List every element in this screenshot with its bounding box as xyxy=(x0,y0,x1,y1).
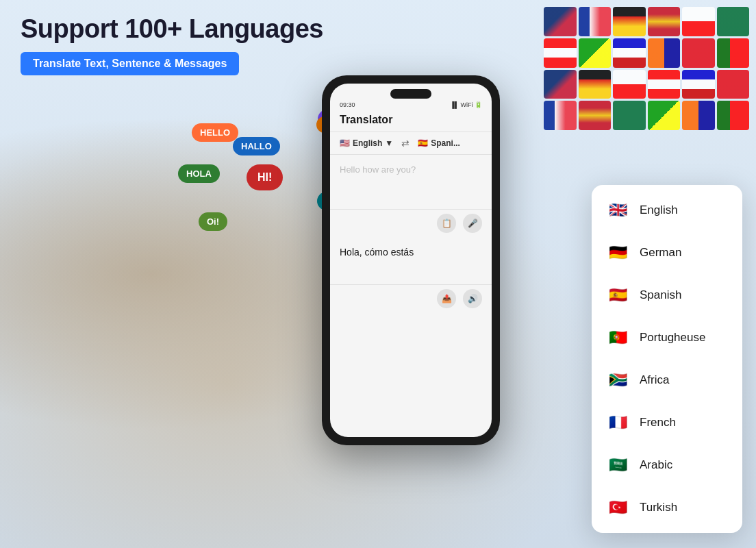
flag-tile xyxy=(544,70,577,99)
flag-tile xyxy=(648,7,681,36)
copy-icon[interactable]: 📋 xyxy=(437,214,456,233)
phone-status-bar: 09:30 ▐▌ WiFi 🔋 xyxy=(330,100,492,110)
language-name-portuguese: Portugheuse xyxy=(640,331,705,345)
language-item-portuguese[interactable]: 🇵🇹 Portugheuse xyxy=(592,316,742,359)
flag-africa: 🇿🇦 xyxy=(605,368,630,393)
language-item-africa[interactable]: 🇿🇦 Africa xyxy=(592,359,742,401)
phone-input-area[interactable]: Hello how are you? xyxy=(330,155,492,210)
language-name-spanish: Spanish xyxy=(640,288,681,302)
bubble-hallo: HALLO xyxy=(233,137,280,155)
flag-tile xyxy=(544,7,577,36)
flag-tile xyxy=(544,38,577,68)
flag-spanish: 🇪🇸 xyxy=(605,283,630,308)
language-item-german[interactable]: 🇩🇪 German xyxy=(592,232,742,274)
language-name-english: English xyxy=(640,203,678,217)
language-item-french[interactable]: 🇫🇷 French xyxy=(592,401,742,444)
target-flag-icon: 🇪🇸 xyxy=(418,138,428,148)
language-name-africa: Africa xyxy=(640,373,669,387)
flag-tile xyxy=(682,7,715,36)
share-icon[interactable]: 📤 xyxy=(437,289,456,308)
main-title: Support 100+ Languages xyxy=(21,14,323,45)
language-name-arabic: Arabic xyxy=(640,458,672,472)
flag-tile xyxy=(613,38,646,68)
bubble-hola: HOLA xyxy=(178,164,220,183)
phone-language-row[interactable]: 🇺🇸 English ▼ ⇄ 🇪🇸 Spani... xyxy=(330,132,492,155)
flag-english: 🇬🇧 xyxy=(605,198,630,223)
language-name-german: German xyxy=(640,246,681,260)
language-name-french: French xyxy=(640,416,676,429)
flag-tile xyxy=(717,101,750,130)
language-item-turkish[interactable]: 🇹🇷 Turkish xyxy=(592,486,742,529)
phone-camera-notch xyxy=(390,89,431,99)
flag-portuguese: 🇵🇹 xyxy=(605,325,630,350)
flag-arabic: 🇸🇦 xyxy=(605,453,630,477)
mic-icon[interactable]: 🎤 xyxy=(463,214,482,233)
language-item-spanish[interactable]: 🇪🇸 Spanish xyxy=(592,274,742,316)
source-dropdown-icon: ▼ xyxy=(385,138,393,148)
flags-background xyxy=(537,0,756,137)
swap-languages-icon[interactable]: ⇄ xyxy=(401,138,410,149)
language-item-english[interactable]: 🇬🇧 English xyxy=(592,189,742,232)
bubble-hello: HELLO xyxy=(192,123,238,142)
subtitle-badge: Translate Text, Sentence & Messages xyxy=(21,52,239,75)
phone-mockup: 09:30 ▐▌ WiFi 🔋 Translator 🇺🇸 English ▼ … xyxy=(322,75,500,445)
bubble-hi: HI! xyxy=(247,164,283,190)
target-language-button[interactable]: 🇪🇸 Spani... xyxy=(418,138,460,148)
speaker-icon[interactable]: 🔊 xyxy=(463,289,482,308)
flag-tile xyxy=(613,7,646,36)
flag-turkish: 🇹🇷 xyxy=(605,495,630,520)
flag-tile xyxy=(613,101,646,130)
flag-tile xyxy=(717,7,750,36)
flag-french: 🇫🇷 xyxy=(605,410,630,435)
flag-tile xyxy=(579,38,612,68)
flag-tile xyxy=(579,70,612,99)
flag-tile xyxy=(648,38,681,68)
phone-app-title: Translator xyxy=(330,110,492,132)
phone-bottom-icons: 📤 🔊 xyxy=(330,285,492,312)
flag-tile xyxy=(544,101,577,130)
phone-action-icons: 📋 🎤 xyxy=(330,210,492,237)
source-lang-label: English xyxy=(353,138,382,148)
flag-tile xyxy=(682,101,715,130)
flag-tile xyxy=(682,70,715,99)
language-dropdown: 🇬🇧 English 🇩🇪 German 🇪🇸 Spanish 🇵🇹 Portu… xyxy=(592,185,742,533)
source-language-button[interactable]: 🇺🇸 English ▼ xyxy=(340,138,393,148)
language-name-turkish: Turkish xyxy=(640,501,677,514)
input-placeholder-text: Hello how are you? xyxy=(340,164,416,175)
flag-tile xyxy=(579,101,612,130)
phone-output-area: Hola, cómo estás xyxy=(330,237,492,285)
phone-time: 09:30 xyxy=(340,101,355,108)
bubble-oi: Oi! xyxy=(199,212,227,231)
flag-german: 🇩🇪 xyxy=(605,240,630,265)
translated-text: Hola, cómo estás xyxy=(340,247,414,258)
phone-signal-icon: ▐▌ WiFi 🔋 xyxy=(450,101,482,108)
flag-tile xyxy=(717,70,750,99)
language-item-arabic[interactable]: 🇸🇦 Arabic xyxy=(592,444,742,486)
flag-tile xyxy=(717,38,750,68)
flag-tile xyxy=(682,38,715,68)
target-lang-label: Spani... xyxy=(431,138,460,148)
flag-tile xyxy=(648,101,681,130)
flag-tile xyxy=(613,70,646,99)
page-header: Support 100+ Languages Translate Text, S… xyxy=(21,14,323,75)
flag-tile xyxy=(648,70,681,99)
source-flag-icon: 🇺🇸 xyxy=(340,138,350,148)
flag-tile xyxy=(579,7,612,36)
phone-screen: 09:30 ▐▌ WiFi 🔋 Translator 🇺🇸 English ▼ … xyxy=(330,84,492,437)
